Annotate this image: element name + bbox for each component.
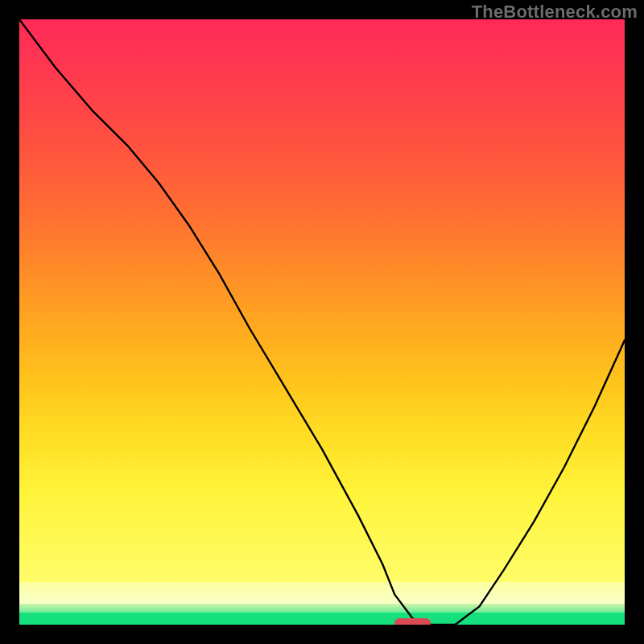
curve-svg bbox=[19, 19, 625, 625]
bottleneck-curve bbox=[19, 19, 625, 625]
chart-frame: TheBottleneck.com bbox=[0, 0, 644, 644]
watermark-text: TheBottleneck.com bbox=[472, 2, 638, 23]
plot-area bbox=[19, 19, 625, 625]
optimal-marker bbox=[394, 618, 431, 625]
